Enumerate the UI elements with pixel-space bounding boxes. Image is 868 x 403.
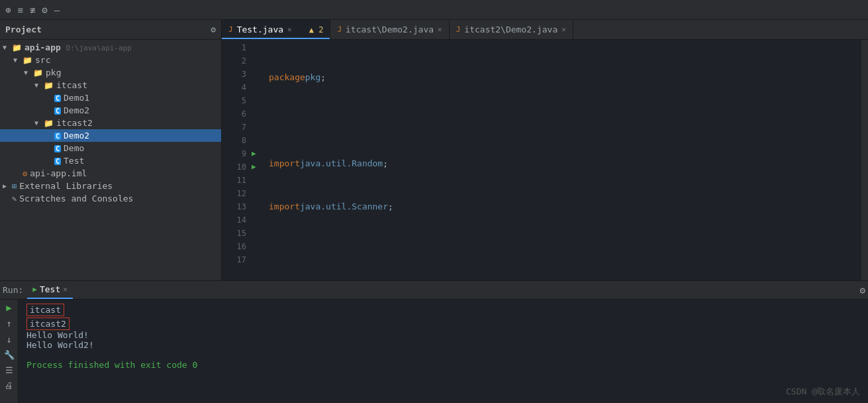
add-icon[interactable]: ⊕ [5, 5, 11, 15]
tree-arrow-src: ▼ [13, 56, 23, 64]
folder-icon-src: 📁 [23, 56, 32, 65]
tree-item-pkg[interactable]: ▼ 📁 pkg [0, 66, 221, 79]
folder-icon-itcast: 📁 [44, 81, 54, 90]
tab-icon-demo2-2: J [456, 25, 461, 34]
tab-bar: J Test.java ✕ ▲ 2 J itcast\Demo2.java ✕ … [222, 20, 868, 40]
bottom-sidebar: ▶ ↑ ↓ 🔧 ☰ 🖨 [0, 300, 19, 403]
tree-item-itcast2[interactable]: ▼ 📁 itcast2 [0, 117, 221, 129]
run-tab-close[interactable]: ✕ [63, 285, 68, 294]
tab-icon-test: J [228, 25, 233, 34]
folder-icon: 📁 [12, 43, 22, 52]
sidebar-gear-icon[interactable]: ⚙ [211, 25, 216, 34]
run-up-icon[interactable]: ↑ [6, 318, 11, 329]
tab-label-demo2-1: itcast\Demo2.java [346, 25, 434, 34]
run-print-icon[interactable]: 🖨 [5, 380, 13, 390]
java-icon-demo1: C [54, 93, 61, 103]
gutter: ▶ ▶ [252, 40, 264, 280]
tab-close-test[interactable]: ✕ [287, 25, 292, 34]
run-label: Run: [3, 285, 23, 295]
tab-demo2-2[interactable]: J itcast2\Demo2.java ✕ [450, 20, 573, 39]
run-icon: ▶ [32, 285, 37, 294]
tree-item-demo2-itcast[interactable]: C Demo2 [0, 104, 221, 117]
tree-item-src[interactable]: ▼ 📁 src [0, 54, 221, 66]
settings-icon[interactable]: ⚙ [42, 5, 47, 15]
tree-item-iml[interactable]: ⚙ api-app.iml [0, 167, 221, 180]
tree-label-pkg: pkg [46, 68, 61, 78]
output-exit-code: Process finished with exit code 0 [26, 360, 197, 370]
project-sidebar: Project ⚙ ▼ 📁 api-app D:\java\api-app ▼ … [0, 20, 222, 280]
tree-item-itcast[interactable]: ▼ 📁 itcast [0, 79, 221, 91]
tab-demo2-1[interactable]: J itcast\Demo2.java ✕ [330, 20, 449, 39]
tab-close-demo2-2[interactable]: ✕ [561, 25, 566, 34]
code-line-2 [269, 114, 856, 127]
output-line-2: itcast2 [26, 317, 860, 330]
output-line-1: itcast [26, 304, 860, 316]
output-hello-world2: Hello World2! [26, 340, 94, 350]
bottom-panel-gear[interactable]: ⚙ [860, 285, 865, 296]
minimize-icon[interactable]: — [54, 5, 60, 15]
java-icon-demo2-itcast: C [54, 106, 61, 115]
tree-label-iml: api-app.iml [30, 168, 87, 178]
tab-icon-demo2-1: J [337, 25, 342, 34]
code-line-3: import java.util.Random; [269, 157, 856, 170]
java-icon-demo: C [54, 144, 61, 153]
tree-label-demo1: Demo1 [64, 93, 89, 103]
sidebar-header: Project ⚙ [0, 20, 221, 40]
tree-label-itcast: itcast [56, 80, 87, 90]
code-content: package pkg; import java.util.Random; im… [264, 40, 861, 280]
bottom-panel: Run: ▶ Test ✕ ⚙ ▶ ↑ ↓ 🔧 ☰ 🖨 itcast itcas… [0, 280, 868, 403]
output-line-3: Hello World! [26, 330, 860, 340]
java-icon-test: C [54, 156, 61, 166]
java-icon-demo2-itcast2: C [54, 131, 61, 141]
lib-icon: ⊞ [12, 182, 17, 191]
tree-label-scratches: Scratches and Consoles [19, 194, 133, 203]
tree-label-demo: Demo [64, 143, 84, 153]
run-wrench-icon[interactable]: 🔧 [4, 350, 15, 360]
run-down-icon[interactable]: ↓ [6, 334, 11, 345]
watermark: CSDN @取名废本人 [786, 386, 860, 398]
iml-icon: ⚙ [23, 169, 27, 178]
tree-item-demo2-itcast2[interactable]: C Demo2 [0, 129, 221, 142]
tree-arrow-ext: ▶ [3, 182, 12, 190]
tree-arrow-itcast2: ▼ [34, 119, 44, 127]
bottom-tab-bar: Run: ▶ Test ✕ ⚙ [0, 281, 868, 300]
tree-label-demo2-itcast: Demo2 [64, 105, 89, 115]
warning-badge: ▲ 2 [309, 25, 324, 34]
tree-label-demo2-itcast2: Demo2 [64, 131, 89, 141]
output-line-4: Hello World2! [26, 340, 860, 350]
sidebar-tree: ▼ 📁 api-app D:\java\api-app ▼ 📁 src ▼ 📁 … [0, 40, 221, 280]
editor-scrollbar[interactable] [861, 40, 868, 280]
run-arrow-9[interactable]: ▶ [252, 147, 264, 160]
run-play-icon[interactable]: ▶ [6, 302, 11, 313]
tree-arrow-itcast: ▼ [34, 82, 44, 89]
tree-item-demo1[interactable]: C Demo1 [0, 91, 221, 104]
run-tab-name: Test [40, 284, 60, 294]
list-icon[interactable]: ≡ [17, 5, 23, 15]
tree-item-demo-itcast2[interactable]: C Demo [0, 142, 221, 154]
tree-label-api-app: api-app D:\java\api-app [24, 42, 132, 52]
code-editor[interactable]: 1 2 3 4 5 6 7 8 9 10 11 12 13 14 15 16 1… [222, 40, 868, 280]
output-itcast-box: itcast [26, 304, 64, 316]
bottom-tab-test[interactable]: ▶ Test ✕ [27, 281, 73, 299]
editor-area: J Test.java ✕ ▲ 2 J itcast\Demo2.java ✕ … [222, 20, 868, 280]
tree-label-ext-libs: External Libraries [19, 181, 113, 191]
code-line-1: package pkg; [269, 71, 856, 84]
sidebar-header-icons: ⚙ [211, 25, 216, 34]
tree-label-src: src [35, 55, 50, 65]
tree-item-api-app[interactable]: ▼ 📁 api-app D:\java\api-app [0, 41, 221, 54]
tree-item-ext-libs[interactable]: ▶ ⊞ External Libraries [0, 180, 221, 192]
tree-item-scratches[interactable]: ✎ Scratches and Consoles [0, 192, 221, 205]
tree-label-test: Test [64, 156, 84, 166]
top-toolbar: ⊕ ≡ ≢ ⚙ — [0, 0, 868, 20]
tree-arrow: ▼ [3, 44, 12, 51]
tab-label-test: Test.java [237, 25, 283, 34]
run-arrow-10[interactable]: ▶ [252, 160, 264, 174]
run-list-icon[interactable]: ☰ [5, 365, 13, 375]
tab-close-demo2-1[interactable]: ✕ [438, 25, 442, 34]
tab-test-java[interactable]: J Test.java ✕ ▲ 2 [222, 20, 330, 39]
sidebar-title: Project [5, 25, 211, 34]
code-line-4: import java.util.Scanner; [269, 200, 856, 213]
tree-item-test[interactable]: C Test [0, 154, 221, 167]
align-icon[interactable]: ≢ [30, 5, 35, 15]
bottom-content: ▶ ↑ ↓ 🔧 ☰ 🖨 itcast itcast2 Hello World! … [0, 300, 868, 403]
